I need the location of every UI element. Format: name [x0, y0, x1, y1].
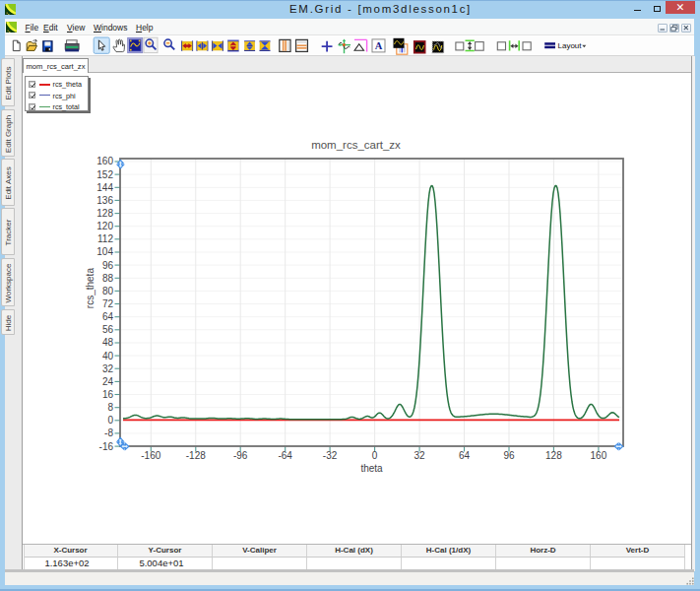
svg-text:8: 8 — [107, 402, 113, 413]
svg-text:A: A — [375, 40, 383, 51]
svg-text:16: 16 — [102, 389, 114, 400]
svg-text:128: 128 — [96, 208, 113, 219]
svg-text:-64: -64 — [278, 450, 292, 461]
svg-text:160: 160 — [591, 450, 607, 461]
svg-text:32: 32 — [414, 450, 426, 461]
svg-text:mom_rcs_cart_zx: mom_rcs_cart_zx — [311, 139, 401, 151]
svg-text:144: 144 — [96, 182, 113, 193]
svg-text:88: 88 — [102, 273, 114, 284]
svg-text:0: 0 — [372, 450, 378, 461]
svg-text:112: 112 — [97, 233, 113, 244]
svg-text:104: 104 — [96, 246, 113, 257]
svg-text:96: 96 — [102, 260, 114, 271]
svg-text:48: 48 — [102, 337, 114, 348]
svg-text:64: 64 — [102, 311, 114, 322]
svg-text:160: 160 — [96, 156, 113, 166]
svg-text:40: 40 — [102, 351, 114, 361]
svg-text:136: 136 — [96, 195, 113, 206]
svg-text:80: 80 — [102, 286, 114, 296]
svg-text:-8: -8 — [104, 427, 113, 438]
svg-text:24: 24 — [102, 376, 114, 387]
svg-text:128: 128 — [545, 450, 562, 461]
svg-text:0: 0 — [107, 415, 113, 426]
svg-text:152: 152 — [96, 169, 113, 180]
svg-text:64: 64 — [459, 450, 471, 461]
svg-text:-128: -128 — [186, 450, 206, 461]
svg-text:-16: -16 — [99, 441, 114, 452]
svg-text:-32: -32 — [323, 450, 338, 461]
svg-text:Layout: Layout — [558, 41, 583, 50]
svg-text:120: 120 — [96, 221, 113, 231]
svg-text:-96: -96 — [233, 450, 248, 461]
svg-text:theta: theta — [360, 463, 383, 474]
svg-text:32: 32 — [102, 363, 114, 374]
svg-text:-160: -160 — [141, 450, 160, 461]
svg-text:56: 56 — [102, 324, 114, 335]
svg-text:rcs_theta: rcs_theta — [85, 268, 95, 309]
svg-text:96: 96 — [503, 450, 515, 461]
svg-text:72: 72 — [102, 298, 114, 309]
